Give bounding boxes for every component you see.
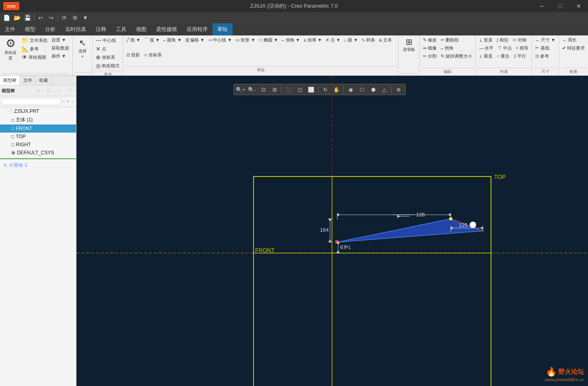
reference-button[interactable]: 📐 参考 — [20, 45, 49, 53]
tree-item-body[interactable]: □ 主体 (1) — [0, 115, 76, 125]
canvas-area[interactable]: 🔍+ 🔍- ⊡ ⊞ ⬛ ◫ ⬜ ↻ ✋ ◉ ⬡ ⬢ △ ⊕ TOP FRO — [76, 76, 588, 386]
baseline-button[interactable]: ⊢ 基线 — [534, 44, 551, 52]
zoom-fit-button[interactable]: ⊞ — [269, 85, 280, 94]
minimize-button[interactable]: ─ — [532, 0, 551, 12]
menu-flexible[interactable]: 柔性建模 — [151, 23, 182, 35]
arc-button[interactable]: ⌒ 弧 ▼ — [142, 36, 161, 44]
tree-item-right[interactable]: □ RIGHT — [0, 141, 76, 149]
tree-item-front[interactable]: □ FRONT — [0, 125, 76, 133]
display2-button[interactable]: ⬡ — [357, 85, 367, 94]
display4-button[interactable]: △ — [379, 85, 390, 94]
menu-apps[interactable]: 应用程序 — [182, 23, 213, 35]
equal-button[interactable]: = 相等 — [514, 44, 530, 52]
more-view-button[interactable]: ⊕ — [393, 85, 404, 94]
view-orient-button[interactable]: ⬛ — [283, 85, 294, 94]
operations-button[interactable]: 操作 ▼ — [50, 52, 71, 60]
menu-analysis[interactable]: 分析 — [40, 23, 60, 35]
tree-item-top[interactable]: □ TOP — [0, 133, 76, 141]
perimeter-button[interactable]: ↔ 周长 — [561, 36, 578, 44]
orbit-button[interactable]: ↻ — [320, 85, 330, 94]
menu-tools[interactable]: 工具 — [111, 23, 131, 35]
chamfer-button[interactable]: ⌐ 倒角 ▼ — [280, 36, 301, 44]
save-button[interactable]: 💾 — [23, 13, 32, 22]
menu-sketch[interactable]: 草绘 — [213, 23, 233, 35]
open-button[interactable]: 📂 — [12, 13, 22, 22]
midpoint-button[interactable]: ⊤ 中点 — [496, 44, 514, 52]
center-line2-button[interactable]: ⊸ 中心线 ▼ — [206, 36, 233, 44]
tree-view-button[interactable]: ☰ — [44, 86, 54, 95]
select-button[interactable]: ↖ 选择 ▼ — [74, 37, 91, 60]
sketch-setup-button[interactable]: ⚙ 草绘设置 — [2, 36, 19, 63]
search-clear-button[interactable]: ✕ — [61, 97, 66, 106]
tree-expand-button[interactable]: ⇱ — [65, 86, 74, 95]
tree-settings-button[interactable]: ⚙ — [33, 86, 43, 95]
zoom-box-button[interactable]: ⊡ — [258, 85, 268, 94]
redo-button[interactable]: ↪ — [46, 13, 56, 22]
project-button[interactable]: ⊡ 投影 — [125, 51, 142, 59]
menu-model[interactable]: 模型 — [20, 23, 40, 35]
delete-seg-button[interactable]: ✂ 删除段 — [439, 36, 460, 44]
tangent-button[interactable]: ∫ 相切 — [495, 36, 510, 44]
panel-tab-files[interactable]: 文件 — [20, 76, 36, 85]
spline-button[interactable]: ∿ 样条 — [360, 36, 377, 44]
panel-tab-favorites[interactable]: 收藏 — [36, 76, 52, 85]
undo-button[interactable]: ↩ — [36, 13, 45, 22]
csys-button[interactable]: ⊹ 坐标系 — [142, 51, 163, 59]
toolbar-settings-button[interactable]: ⚙ — [70, 13, 80, 22]
maximize-button[interactable]: □ — [551, 0, 569, 12]
feature-req-button[interactable]: ✔ 特征要求 — [561, 44, 586, 52]
point2-button[interactable]: ✕ 点 ▼ — [324, 36, 342, 44]
parallel-button[interactable]: ∥ 平行 — [512, 52, 528, 60]
point-button[interactable]: ✕ 点 — [94, 45, 108, 53]
symmetric-button[interactable]: ⇔ 对称 — [511, 36, 528, 44]
view-front-button[interactable]: ◫ — [295, 85, 305, 94]
more-button[interactable]: ▼ — [80, 13, 90, 22]
tree-item-part[interactable]: 📄 ZJSJX.PRT — [0, 107, 76, 115]
split-button[interactable]: ✂ 分割 — [421, 52, 438, 60]
menu-file[interactable]: 文件 — [0, 23, 20, 35]
menu-simulation[interactable]: 实时仿真 — [60, 23, 91, 35]
rotate-resize-button[interactable]: ↻ 旋转调整大小 — [439, 52, 474, 60]
zoom-out-button[interactable]: 🔍- — [247, 85, 257, 94]
palette-button[interactable]: ⊞ 选项板 — [400, 36, 418, 54]
display3-button[interactable]: ⬢ — [368, 85, 378, 94]
search-dropdown-button[interactable]: ▼ — [66, 97, 70, 106]
view-persp-button[interactable]: ⬜ — [306, 85, 316, 94]
text-button[interactable]: A 文本 — [377, 36, 393, 44]
circle-button[interactable]: ○ 圆 ▼ — [342, 36, 360, 44]
menu-view[interactable]: 视图 — [131, 23, 151, 35]
search-add-button[interactable]: + — [70, 97, 74, 106]
line-button[interactable]: ╱ 线 ▼ — [125, 36, 142, 44]
centerline-button[interactable]: --- 中心线 — [94, 36, 118, 44]
fillet-button[interactable]: ⌐ 圆角 ▼ — [162, 36, 183, 44]
zoom-in-button[interactable]: 🔍+ — [235, 85, 246, 94]
pan-button[interactable]: ✋ — [331, 85, 342, 94]
tree-item-sketch1[interactable]: ✎ ※草绘 1 — [0, 161, 76, 170]
main-canvas[interactable]: TOP FRONT RIGHT 126 125 — [76, 76, 588, 386]
coincident-button[interactable]: ○ 重合 — [495, 52, 512, 60]
dimension-button[interactable]: ↔ 尺寸 ▼ — [534, 36, 557, 44]
ellipse-button[interactable]: ⬭ 椭圆 ▼ — [257, 36, 280, 44]
settings-button[interactable]: 设置 ▼ — [50, 36, 71, 44]
horizontal-button[interactable]: — 水平 — [477, 44, 495, 52]
menu-annotation[interactable]: 注释 — [91, 23, 111, 35]
mirror-button[interactable]: ⇔ 镜像 — [421, 44, 438, 52]
reference-dim-button[interactable]: ⊡ 参考 — [534, 52, 551, 60]
tree-item-csys[interactable]: ⊕ DEFAULT_CSYS — [0, 149, 76, 157]
offset-button[interactable]: ⇶ 偏移 ▼ — [184, 36, 206, 44]
display1-button[interactable]: ◉ — [345, 85, 356, 94]
vertical-button[interactable]: ⊥ 竖直 — [477, 36, 494, 44]
modify-button[interactable]: ✎ 修改 — [421, 36, 438, 44]
new-button[interactable]: 📄 — [2, 13, 11, 22]
coord-button[interactable]: ⊕ 坐标系 — [94, 53, 117, 61]
search-input[interactable] — [2, 98, 61, 105]
regen-button[interactable]: ⟳ — [60, 13, 69, 22]
rectangle-button[interactable]: ▭ 矩形 ▼ — [234, 36, 257, 44]
sketch-view-button[interactable]: 👁 草绘视图 — [20, 53, 49, 61]
perp-button[interactable]: ⊥ 垂直 — [477, 52, 494, 60]
file-system-button[interactable]: 📁 文件系统 — [20, 36, 49, 44]
close-button[interactable]: ✕ — [569, 0, 588, 12]
corner-button[interactable]: ⌐ 拐角 — [439, 44, 455, 52]
tree-list-button[interactable]: ≡ — [54, 86, 64, 95]
panel-tab-modeltree[interactable]: 模型树 — [0, 76, 20, 85]
